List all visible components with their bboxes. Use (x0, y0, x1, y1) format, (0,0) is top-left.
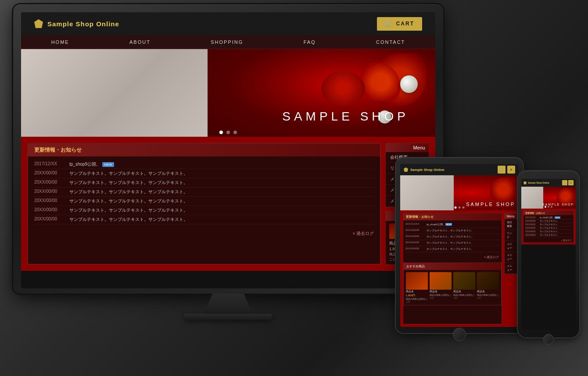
phone-news: 更新情報・お知らせ 2017/12/XX tp_shop9公開。NEW 20XX… (523, 210, 574, 243)
t-news-row-3: 20XX/00/00 サンプルテキスト。サンプルテキスト。 (405, 234, 499, 240)
tablet-menu-icon[interactable]: ≡ (507, 166, 515, 174)
pearl-decoration-1 (400, 75, 418, 93)
t-product-2: 商品名 商品の簡単な説明をここに (430, 272, 452, 303)
tablet-products: 商品名 1,800円 商品の簡単な説明をここに 商品名 商品の簡単な説明をここに (404, 270, 501, 305)
nav-home[interactable]: HOME (43, 39, 78, 45)
news-date-3: 20XX/00/00 (34, 180, 65, 184)
phone-dot-1[interactable] (545, 206, 546, 208)
monitor-frame: Sample Shop Online 🛒 CART HOME ABOUT SHO… (13, 4, 443, 294)
phone-cart-icon[interactable]: 🛒 (562, 180, 567, 185)
site-nav: HOME ABOUT SHOPPING FAQ CONTACT (21, 35, 435, 49)
phone-logo: Sample Shop Online (523, 181, 549, 184)
t-sidebar-menu2[interactable]: メニュー (505, 252, 517, 263)
tablet-recommend: おすすめ商品 商品名 1,800円 商品の簡単な説明をここに (403, 262, 502, 305)
hero-banner: SAMPLE SHOP (21, 49, 435, 137)
tablet-news-body: 2017/12/XX tp_shop9公開。NEW 20XX/00/00 サンプ… (403, 220, 502, 254)
cart-icon: 🛒 (385, 21, 393, 27)
phone-news-body: 2017/12/XX tp_shop9公開。NEW 20XX/00/00 サンプ… (523, 215, 574, 238)
tablet-content-area: 更新情報・お知らせ 2017/12/XX tp_shop9公開。NEW 20XX… (400, 210, 519, 327)
tablet-home-button[interactable] (453, 328, 466, 341)
phone-rose (557, 188, 574, 205)
news-row-2: 20XX/00/00 サンプルテキスト。サンプルテキスト。サンプルテキスト。 (34, 169, 374, 178)
t-sidebar-company[interactable]: 会社概要 (505, 219, 517, 230)
tablet-hero-dots (455, 206, 465, 209)
tablet-news-more[interactable]: » 過去ログ (403, 254, 502, 261)
news-date-5: 20XX/00/00 (34, 198, 65, 203)
cart-button[interactable]: 🛒 CART (377, 17, 422, 31)
tablet-dot-3[interactable] (463, 206, 465, 209)
new-badge: NEW (102, 162, 114, 167)
nav-about[interactable]: ABOUT (121, 39, 159, 45)
news-text-4: サンプルテキスト。サンプルテキスト。サンプルテキスト。 (69, 189, 188, 195)
tablet-dot-2[interactable] (459, 206, 461, 209)
rose-decoration-3 (321, 71, 365, 106)
news-text-5: サンプルテキスト。サンプルテキスト。サンプルテキスト。 (69, 198, 188, 204)
t-news-date-1: 2017/12/XX (405, 223, 425, 227)
phone-dot-2[interactable] (548, 206, 549, 208)
tablet-news-header: 更新情報・お知らせ (403, 213, 502, 220)
hero-dot-2[interactable] (226, 131, 230, 134)
phone-dot-3[interactable] (551, 206, 552, 208)
tablet-sidebar-box: Menu 会社概要 リンク メニュー メニュー メニュー (504, 213, 517, 274)
news-text-7: サンプルテキスト。サンプルテキスト。サンプルテキスト。 (69, 216, 188, 223)
phone-news-more[interactable]: » 過去ログ (523, 238, 574, 242)
news-more[interactable]: » 過去ログ (28, 228, 380, 239)
t-sidebar-menu1[interactable]: メニュー (505, 241, 517, 252)
tablet-icons: 🛒 ≡ (498, 166, 515, 174)
sidebar-menu-header: Menu (386, 143, 429, 152)
phone-menu-icon[interactable]: ≡ (568, 180, 574, 185)
news-text-6: サンプルテキスト。サンプルテキスト。サンプルテキスト。 (69, 207, 188, 213)
phone-hero-left (521, 187, 543, 209)
news-section: 更新情報・お知らせ 2017/12/XX tp_shop9公開。NEW 20XX… (27, 143, 381, 265)
phone-home-button[interactable] (543, 334, 554, 344)
tablet-content: Sample Shop Online 🛒 ≡ SAMPLE SHOP (400, 164, 519, 327)
t-news-text-1: tp_shop9公開。NEW (427, 223, 452, 227)
tablet-cart-icon[interactable]: 🛒 (498, 166, 506, 174)
tablet-screen: Sample Shop Online 🛒 ≡ SAMPLE SHOP (400, 164, 519, 327)
hero-dot-1[interactable] (219, 131, 223, 134)
news-header: 更新情報・お知らせ (28, 144, 380, 156)
phone-content: 更新情報・お知らせ 2017/12/XX tp_shop9公開。NEW 20XX… (521, 209, 576, 245)
t-thumb-2 (430, 272, 452, 290)
tablet-rose (490, 177, 516, 202)
tablet-hero-text: SAMPLE SHOP (466, 202, 515, 207)
tablet-hero: SAMPLE SHOP (400, 175, 519, 210)
tablet-gem-icon (404, 167, 408, 172)
tablet-logo: Sample Shop Online (404, 167, 445, 172)
t-thumb-3 (453, 272, 475, 290)
t-product-4: 商品名 商品の簡単な説明をここに (477, 272, 499, 303)
t-sidebar-menu3[interactable]: メニュー (505, 263, 517, 274)
p-news-row-5: 20XX/00/00 サンプルテキスト。 (525, 230, 572, 234)
phone-logo-text: Sample Shop Online (528, 181, 549, 184)
tablet-main: 更新情報・お知らせ 2017/12/XX tp_shop9公開。NEW 20XX… (400, 210, 519, 327)
monitor-base (184, 314, 272, 320)
t-sidebar-link[interactable]: リンク (505, 230, 517, 241)
hero-dot-3[interactable] (233, 131, 237, 134)
news-date-6: 20XX/00/00 (34, 207, 65, 212)
hero-text: SAMPLE SHOP (282, 110, 409, 124)
hero-left-bg (21, 49, 228, 137)
tablet-hero-left (400, 175, 454, 210)
site-logo: Sample Shop Online (34, 19, 119, 28)
monitor: Sample Shop Online 🛒 CART HOME ABOUT SHO… (13, 4, 443, 320)
phone-hero-dots (545, 206, 552, 208)
news-row-4: 20XX/00/00 サンプルテキスト。サンプルテキスト。サンプルテキスト。 (34, 188, 374, 197)
hero-right-bg (208, 49, 435, 137)
t-thumb-4 (477, 272, 499, 290)
tablet-dot-1[interactable] (455, 206, 457, 209)
news-text-2: サンプルテキスト。サンプルテキスト。サンプルテキスト。 (69, 170, 188, 177)
tablet-logo-text: Sample Shop Online (410, 168, 445, 172)
nav-contact[interactable]: CONTACT (367, 39, 414, 45)
p-news-row-1: 2017/12/XX tp_shop9公開。NEW (525, 216, 572, 220)
site-content: 更新情報・お知らせ 2017/12/XX tp_shop9公開。NEW 20XX… (21, 137, 435, 271)
tablet-menu-header: Menu (505, 213, 517, 219)
tablet-recommend-header: おすすめ商品 (404, 263, 501, 270)
news-text-1: tp_shop9公開。NEW (69, 161, 114, 167)
gem-icon (34, 19, 43, 28)
phone-gem-icon (523, 181, 527, 184)
news-body: 2017/12/XX tp_shop9公開。NEW 20XX/00/00 サンプ… (28, 156, 380, 228)
phone-hero-text: SAMPLE SHOP (542, 203, 574, 206)
nav-faq[interactable]: FAQ (295, 39, 325, 45)
t-news-row-2: 20XX/00/00 サンプルテキスト。サンプルテキスト。 (405, 228, 499, 234)
nav-shopping[interactable]: SHOPPING (202, 39, 252, 45)
